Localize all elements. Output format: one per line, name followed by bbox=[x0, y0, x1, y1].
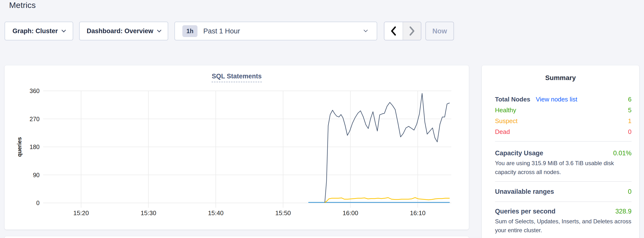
divider bbox=[495, 141, 632, 142]
metrics-page: Metrics Graph: Cluster Dashboard: Overvi… bbox=[0, 0, 644, 238]
graph-dropdown[interactable]: Graph: Cluster bbox=[4, 22, 73, 40]
svg-text:15:50: 15:50 bbox=[275, 209, 291, 217]
unavailable-ranges-row: Unavailable ranges 0 bbox=[495, 188, 632, 195]
sql-statements-chart: 09018027036015:2015:3015:4015:5016:0016:… bbox=[4, 65, 469, 229]
time-range-badge: 1h bbox=[182, 25, 198, 37]
unavailable-ranges-value: 0 bbox=[628, 188, 632, 195]
capacity-usage-value: 0.01% bbox=[613, 150, 632, 157]
divider bbox=[495, 201, 632, 202]
healthy-label: Healthy bbox=[495, 106, 516, 114]
dead-value: 0 bbox=[628, 128, 632, 136]
svg-text:180: 180 bbox=[30, 144, 40, 150]
time-range-label: Past 1 Hour bbox=[203, 27, 240, 35]
total-nodes-label: Total Nodes bbox=[495, 96, 530, 103]
total-nodes-value: 6 bbox=[628, 96, 632, 103]
graph-dropdown-label: Graph: Cluster bbox=[12, 27, 58, 35]
divider bbox=[495, 181, 632, 182]
capacity-usage-row: Capacity Usage 0.01% bbox=[495, 150, 632, 157]
dashboard-dropdown-label: Dashboard: Overview bbox=[86, 27, 153, 35]
healthy-value: 5 bbox=[628, 106, 632, 114]
svg-text:360: 360 bbox=[30, 87, 40, 94]
suspect-label: Suspect bbox=[495, 117, 518, 125]
dashboard-dropdown[interactable]: Dashboard: Overview bbox=[79, 22, 168, 40]
time-range-selector[interactable]: 1h Past 1 Hour bbox=[174, 22, 377, 40]
svg-text:0: 0 bbox=[36, 199, 40, 206]
suspect-value: 1 bbox=[628, 117, 632, 125]
healthy-nodes-row: Healthy 5 bbox=[495, 106, 632, 117]
svg-text:15:20: 15:20 bbox=[73, 209, 89, 217]
now-button[interactable]: Now bbox=[426, 22, 454, 40]
svg-text:90: 90 bbox=[33, 172, 40, 178]
next-chart-panel bbox=[4, 236, 469, 238]
previous-time-button[interactable] bbox=[384, 22, 402, 40]
chevron-down-icon bbox=[364, 28, 368, 32]
queries-per-second-description: Sum of Selects, Updates, Inserts, and De… bbox=[495, 217, 632, 235]
svg-text:15:30: 15:30 bbox=[140, 209, 156, 217]
summary-title: Summary bbox=[482, 65, 639, 82]
svg-text:16:00: 16:00 bbox=[343, 209, 358, 217]
svg-text:270: 270 bbox=[30, 116, 40, 122]
sql-statements-panel: SQL Statements 09018027036015:2015:3015:… bbox=[4, 65, 469, 229]
svg-text:15:40: 15:40 bbox=[208, 209, 224, 217]
unavailable-ranges-label: Unavailable ranges bbox=[495, 188, 554, 195]
suspect-nodes-row: Suspect 1 bbox=[495, 117, 632, 128]
queries-per-second-row: Queries per second 328.9 bbox=[495, 208, 632, 215]
summary-panel: Summary Total Nodes View nodes list 6 He… bbox=[482, 65, 639, 238]
svg-text:16:10: 16:10 bbox=[410, 209, 426, 217]
dead-label: Dead bbox=[495, 128, 510, 136]
queries-per-second-value: 328.9 bbox=[615, 208, 632, 215]
page-title: Metrics bbox=[9, 1, 36, 10]
capacity-usage-description: You are using 315.9 MiB of 3.6 TiB usabl… bbox=[495, 159, 632, 176]
chevron-down-icon bbox=[62, 28, 66, 32]
chevron-left-icon bbox=[390, 26, 398, 37]
svg-text:queries: queries bbox=[16, 137, 22, 157]
chevron-down-icon bbox=[157, 28, 161, 32]
summary-body: Total Nodes View nodes list 6 Healthy 5 … bbox=[482, 96, 639, 235]
view-nodes-list-link[interactable]: View nodes list bbox=[536, 96, 577, 103]
capacity-usage-label: Capacity Usage bbox=[495, 150, 543, 157]
dead-nodes-row: Dead 0 bbox=[495, 128, 632, 139]
queries-per-second-label: Queries per second bbox=[495, 208, 556, 215]
total-nodes-row: Total Nodes View nodes list 6 bbox=[495, 96, 632, 106]
next-time-button[interactable] bbox=[402, 22, 421, 40]
time-step-buttons bbox=[384, 22, 421, 40]
chevron-right-icon bbox=[408, 26, 416, 37]
